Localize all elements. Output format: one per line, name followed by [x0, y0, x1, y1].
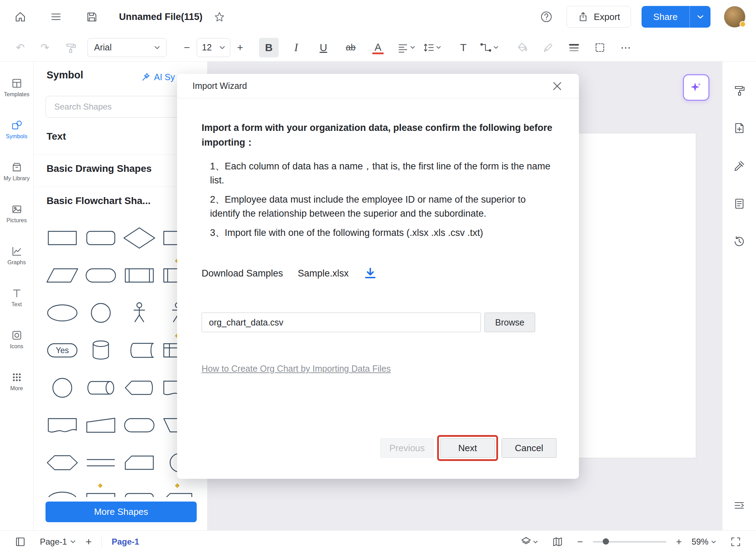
zoom-slider-knob[interactable]	[603, 538, 609, 545]
line-spacing-button[interactable]	[423, 42, 441, 54]
sidebar-item-graphs[interactable]: Graphs	[0, 246, 33, 276]
sample-file-link[interactable]: Sample.xlsx	[298, 268, 349, 279]
more-shapes-button[interactable]: More Shapes	[46, 502, 197, 522]
shape-stadium[interactable]	[84, 260, 118, 291]
shape-ellipse[interactable]	[46, 484, 79, 497]
page-setup-icon[interactable]	[729, 118, 749, 138]
sidebar-item-templates[interactable]: Templates	[0, 78, 33, 108]
navigator-map-icon[interactable]	[548, 532, 567, 552]
shape-circle[interactable]	[84, 297, 118, 329]
outline-toggle-icon[interactable]	[729, 496, 749, 516]
zoom-in-button[interactable]: +	[676, 536, 682, 547]
cancel-button[interactable]: Cancel	[502, 438, 556, 458]
shape-yes-stadium[interactable]: Yes	[46, 335, 79, 366]
shape-hexagon[interactable]	[46, 447, 79, 478]
sidebar-item-my-library[interactable]: My Library	[0, 162, 33, 192]
shape-predefined-process[interactable]	[122, 260, 156, 291]
history-icon[interactable]	[729, 232, 749, 251]
menu-button[interactable]	[46, 7, 66, 27]
previous-button[interactable]: Previous	[380, 438, 434, 458]
help-icon[interactable]	[537, 7, 556, 27]
ai-symbol-link[interactable]: AI Sy	[141, 72, 175, 82]
home-button[interactable]	[10, 7, 30, 27]
sidebar-item-symbols[interactable]: Symbols	[0, 120, 33, 150]
layers-button[interactable]	[520, 536, 538, 547]
shape-card[interactable]	[122, 447, 156, 478]
sidebar-item-icons[interactable]: Icons	[0, 330, 33, 360]
zoom-out-button[interactable]: −	[577, 536, 583, 547]
zoom-slider[interactable]	[593, 541, 666, 542]
export-label: Export	[594, 12, 620, 22]
line-weight-button[interactable]	[564, 38, 584, 57]
text-align-button[interactable]	[397, 42, 415, 54]
shape-rounded-rectangle[interactable]	[122, 484, 156, 497]
shape-stored-data[interactable]	[122, 335, 156, 366]
export-button[interactable]: Export	[567, 6, 631, 28]
shape-rounded-rectangle[interactable]	[84, 222, 118, 254]
zoom-level-select[interactable]: 59%	[692, 537, 716, 547]
line-color-button[interactable]	[538, 38, 558, 57]
connector-style-button[interactable]	[479, 42, 498, 54]
line-style-button[interactable]	[590, 38, 610, 57]
shape-cylinder[interactable]	[84, 335, 118, 366]
user-avatar[interactable]	[724, 6, 746, 28]
save-button[interactable]	[82, 7, 102, 27]
font-size-increase-button[interactable]: +	[230, 38, 250, 57]
font-family-select[interactable]: Arial	[88, 38, 167, 57]
sidebar-item-pictures[interactable]: Pictures	[0, 204, 33, 234]
add-page-button[interactable]: +	[85, 536, 92, 548]
favorite-star-icon[interactable]	[210, 7, 229, 27]
shape-ellipse[interactable]	[46, 297, 79, 329]
shape-card[interactable]	[161, 484, 195, 497]
style-design-icon[interactable]	[729, 156, 749, 176]
notes-icon[interactable]	[729, 194, 749, 214]
shape-parallelogram[interactable]	[46, 260, 79, 291]
section-text[interactable]: Text	[47, 131, 66, 142]
section-basic-drawing-shapes[interactable]: Basic Drawing Shapes	[47, 163, 152, 174]
shape-manual-input[interactable]	[84, 410, 118, 441]
italic-button[interactable]: I	[286, 38, 306, 57]
right-rail	[722, 62, 756, 530]
shape-document[interactable]	[46, 410, 79, 441]
font-size-select[interactable]: 12	[197, 38, 230, 57]
font-color-button[interactable]: A	[368, 38, 388, 57]
section-basic-flowchart-shapes[interactable]: Basic Flowchart Sha...	[47, 195, 150, 206]
shape-horizontal-cylinder[interactable]	[84, 372, 118, 404]
page-dropdown[interactable]: Page-1	[40, 537, 76, 547]
import-file-input[interactable]	[202, 313, 481, 332]
search-shapes-input[interactable]	[46, 96, 197, 118]
shape-diamond[interactable]	[122, 222, 156, 254]
shape-rectangle[interactable]	[84, 484, 118, 497]
next-button[interactable]: Next	[440, 438, 495, 458]
theme-format-icon[interactable]	[729, 80, 749, 100]
shape-actor[interactable]	[122, 297, 156, 329]
share-dropdown-caret[interactable]	[690, 6, 710, 28]
font-size-decrease-button[interactable]: −	[177, 38, 197, 57]
how-to-link[interactable]: How to Create Org Chart by Importing Dat…	[202, 364, 391, 374]
shape-circle[interactable]	[46, 372, 79, 404]
text-tool-button[interactable]: T	[454, 38, 473, 57]
more-tools-button[interactable]: ⋯	[616, 38, 636, 57]
share-button[interactable]: Share	[642, 6, 710, 28]
download-icon[interactable]	[363, 267, 377, 280]
browse-button[interactable]: Browse	[484, 313, 535, 332]
redo-button[interactable]: ↷	[35, 38, 55, 57]
shape-double-lines[interactable]	[84, 447, 118, 478]
close-icon[interactable]	[550, 78, 565, 94]
ai-assistant-button[interactable]	[683, 74, 709, 101]
underline-button[interactable]: U	[314, 38, 333, 57]
bold-button[interactable]: B	[259, 38, 279, 57]
shape-rectangle[interactable]	[46, 222, 79, 254]
shape-display[interactable]	[122, 372, 156, 404]
font-color-swatch	[372, 52, 384, 54]
undo-button[interactable]: ↶	[10, 38, 30, 57]
pages-panel-icon[interactable]	[10, 532, 30, 552]
fullscreen-button[interactable]	[726, 532, 746, 552]
format-painter-button[interactable]	[61, 38, 80, 57]
page-tab-active[interactable]: Page-1	[112, 537, 139, 547]
fill-color-button[interactable]	[512, 38, 532, 57]
sidebar-item-more[interactable]: More	[0, 372, 33, 402]
shape-stadium[interactable]	[122, 410, 156, 441]
strikethrough-button[interactable]: ab	[341, 38, 360, 57]
sidebar-item-text[interactable]: Text	[0, 288, 33, 318]
